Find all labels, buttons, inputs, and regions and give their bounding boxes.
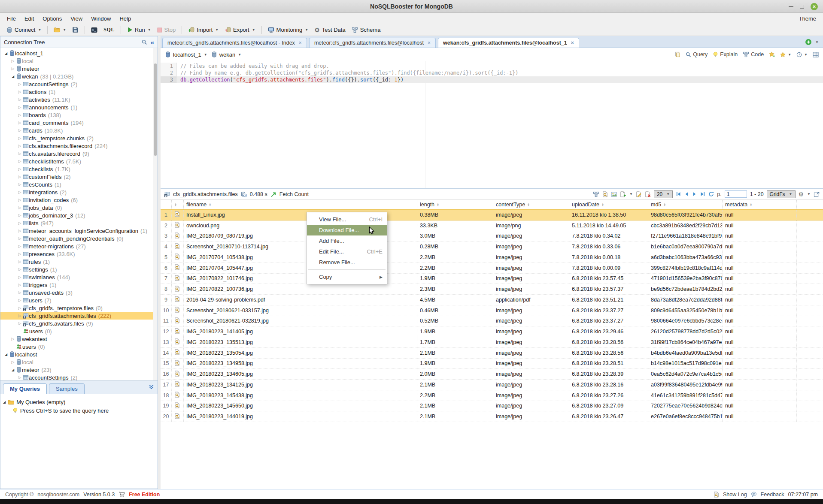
expander-icon[interactable]: ▷ <box>17 90 23 94</box>
queries-tab-samples[interactable]: Samples <box>49 383 85 394</box>
close-icon[interactable]: ✕ <box>811 3 818 10</box>
tree-item-unsaved-edits[interactable]: ▷unsaved-edits(3) <box>0 289 158 296</box>
collapse-panel-icon[interactable]: « <box>151 39 154 45</box>
expander-icon[interactable]: ▷ <box>17 252 23 256</box>
preview-file-icon[interactable] <box>174 264 180 272</box>
column-header-filename[interactable]: filename▲▼ <box>184 200 417 209</box>
queries-tab-my-queries[interactable]: My Queries <box>3 383 47 394</box>
preview-file-icon[interactable] <box>602 191 608 197</box>
close-icon[interactable]: × <box>299 40 302 46</box>
favorites-menu[interactable]: ▼ <box>780 52 791 57</box>
edit-file-icon[interactable] <box>636 191 642 197</box>
tab-3[interactable]: wekan:cfs_gridfs.attachments.files@local… <box>438 38 579 48</box>
table-row[interactable]: 8IMG_20170822_100736.jpg2.3MBimage/jpeg6… <box>161 284 823 295</box>
table-row[interactable]: 7IMG_20170822_101746.jpg1.9MBimage/jpeg6… <box>161 274 823 284</box>
schema-button[interactable]: Schema <box>349 26 384 34</box>
expander-icon[interactable]: ▷ <box>10 66 16 71</box>
page-size-select[interactable]: 20▼ <box>654 190 673 198</box>
feedback-button[interactable]: Feedback <box>761 492 784 498</box>
preview-cell[interactable] <box>172 401 184 411</box>
table-row[interactable]: 16IMG_20180223_134605.jpg2.0MBimage/jpeg… <box>161 369 823 380</box>
table-row[interactable]: 13IMG_20180223_135513.jpg1.7MBimage/jpeg… <box>161 337 823 348</box>
preview-file-icon[interactable] <box>174 381 180 388</box>
table-row[interactable]: 20IMG_20180223_144019.jpg2.1MBimage/jpeg… <box>161 411 823 422</box>
preview-file-icon[interactable] <box>174 222 180 229</box>
chevron-down-icon[interactable]: ▼ <box>815 40 819 44</box>
table-row[interactable]: 19IMG_20180223_145650.jpg2.1MBimage/jpeg… <box>161 401 823 412</box>
expander-icon[interactable]: ▷ <box>17 128 23 133</box>
table-row[interactable]: 11Screenshot_20180621-032819.jpg0.52MBim… <box>161 316 823 327</box>
expander-icon[interactable]: ◢ <box>10 368 16 372</box>
tree-scrollbar-thumb[interactable] <box>154 63 157 156</box>
query-button[interactable]: Query <box>686 51 708 57</box>
tab-1[interactable]: meteor:cfs_gridfs.attachments.files@loca… <box>162 38 307 48</box>
prev-page-icon[interactable] <box>684 192 689 196</box>
preview-file-icon[interactable] <box>174 211 180 218</box>
history-menu[interactable]: ▼ <box>796 52 808 57</box>
table-row[interactable]: 14IMG_20180223_135054.jpg2.1MBimage/jpeg… <box>161 348 823 359</box>
expander-icon[interactable]: ▷ <box>17 306 23 310</box>
expander-icon[interactable]: ▷ <box>17 321 23 326</box>
fetch-count-button[interactable]: Fetch Count <box>279 191 309 197</box>
preview-file-icon[interactable] <box>174 392 180 399</box>
expander-icon[interactable]: ▷ <box>17 260 23 264</box>
favorite-add-icon[interactable] <box>769 51 775 57</box>
save-button[interactable] <box>69 26 82 34</box>
grid-view-icon[interactable] <box>813 52 819 57</box>
tree-item-meteor[interactable]: ◢meteor(23) <box>0 366 158 374</box>
tree-item-rules[interactable]: ▷rules(1) <box>0 258 158 266</box>
close-icon[interactable]: × <box>571 40 574 46</box>
preview-file-icon[interactable] <box>174 232 180 240</box>
column-header-uploadDate[interactable]: uploadDate▲▼ <box>569 200 648 209</box>
preview-file-icon[interactable] <box>174 371 180 378</box>
my-queries-folder[interactable]: ◢ My Queries (empty) <box>3 398 155 406</box>
expander-icon[interactable]: ▷ <box>17 229 23 233</box>
tree-item-invitation_codes[interactable]: ▷invitation_codes(6) <box>0 196 158 204</box>
table-row[interactable]: 92016-04-29-solving-problems.pdf4.5MBapp… <box>161 295 823 305</box>
run-button[interactable]: Run▼ <box>124 26 154 34</box>
column-header-preview[interactable]: ▲▼ <box>172 200 184 209</box>
tree-item-meteor_oauth_pendingCredentials[interactable]: ▷meteor_oauth_pendingCredentials(0) <box>0 235 158 242</box>
table-row[interactable]: 6IMG_20170704_105447.jpg2.2MBimage/jpeg7… <box>161 263 823 274</box>
tree-item-meteor-migrations[interactable]: ▷meteor-migrations(27) <box>0 242 158 250</box>
expander-icon[interactable]: ◢ <box>3 400 6 404</box>
image-view-icon[interactable] <box>611 192 617 197</box>
tree-item-cfs.attachments.filerecord[interactable]: ▷cfs.attachments.filerecord(224) <box>0 142 158 150</box>
edition-badge[interactable]: Free Edition <box>129 492 160 498</box>
table-row[interactable]: 4Screenshot_20180710-113714.jpg0.28MBima… <box>161 241 823 252</box>
menu-item-view-file[interactable]: View File...Ctrl+I <box>307 214 387 225</box>
expander-icon[interactable]: ▷ <box>17 144 23 148</box>
expander-icon[interactable]: ◢ <box>10 75 16 78</box>
monitoring-button[interactable]: Monitoring▼ <box>265 26 312 34</box>
sort-icon[interactable]: ▲▼ <box>601 203 604 207</box>
preview-cell[interactable] <box>172 274 184 284</box>
show-log-button[interactable]: Show Log <box>723 492 747 498</box>
last-page-icon[interactable] <box>700 192 705 196</box>
expander-icon[interactable]: ▷ <box>10 59 16 63</box>
tree-item-lists[interactable]: ▷lists(947) <box>0 219 158 227</box>
code-line-2[interactable]: 2// Find by name e.g. db.getCollection("… <box>161 69 823 76</box>
new-tab-icon[interactable] <box>805 39 812 45</box>
table-row[interactable]: 1Install_Linux.jpg0.38MBimage/jpeg16.11.… <box>161 209 823 220</box>
tree-item-settings[interactable]: ▷settings(1) <box>0 266 158 273</box>
refresh-icon[interactable] <box>708 191 714 197</box>
tree-item-wekan[interactable]: ◢wekan(33 | 0.21GB) <box>0 72 158 80</box>
breadcrumb-database[interactable]: wekan ▼ <box>211 51 243 58</box>
export-button[interactable]: Export▼ <box>222 26 258 34</box>
tree-item-users[interactable]: ▷users(7) <box>0 296 158 304</box>
expander-icon[interactable]: ▷ <box>17 275 23 279</box>
tree-item-actions[interactable]: ▷actions(1) <box>0 88 158 96</box>
first-page-icon[interactable] <box>676 192 681 196</box>
menu-item-help[interactable]: Help <box>115 15 135 23</box>
preview-cell[interactable] <box>172 411 184 422</box>
expander-icon[interactable]: ▷ <box>17 97 23 102</box>
preview-cell[interactable] <box>172 220 184 231</box>
settings-gear-icon[interactable]: ⚙ <box>799 191 804 197</box>
tree-item-local[interactable]: ▷local <box>0 358 158 366</box>
menu-item-file[interactable]: File <box>3 15 20 23</box>
preview-cell[interactable] <box>172 295 184 305</box>
tree-item-cfs._tempstore.chunks[interactable]: ▷cfs._tempstore.chunks(2) <box>0 134 158 142</box>
column-header-contentType[interactable]: contentType▲▼ <box>493 200 569 209</box>
tree-item-checklistItems[interactable]: ▷checklistItems(7.5K) <box>0 157 158 165</box>
column-header-metadata[interactable]: metadata▲▼ <box>723 200 797 209</box>
